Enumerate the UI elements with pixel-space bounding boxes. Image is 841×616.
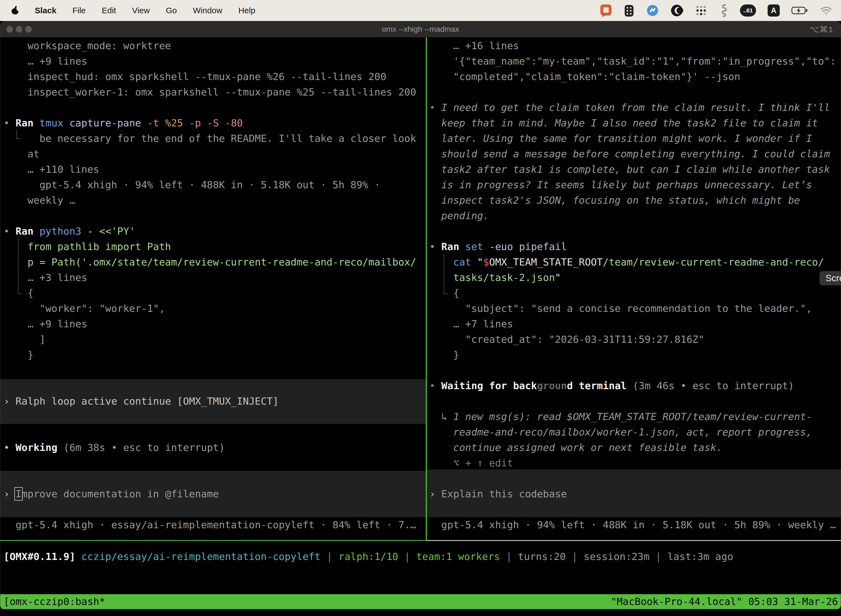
terminal-line: … +16 lines (453, 38, 519, 54)
window-shortcut-hint: ⌥⌘1 (810, 21, 834, 37)
terminal-line: › Explain this codebase (429, 486, 567, 502)
menu-bar: Slack FileEditViewGoWindowHelp (0, 0, 841, 21)
terminal-line: … +3 lines (28, 270, 88, 285)
battery-icon[interactable] (791, 6, 808, 15)
terminal-line: "subject": "send a concise recommendatio… (465, 301, 812, 316)
terminal-line: should send a message before completing … (441, 146, 830, 162)
output-connector (16, 130, 21, 139)
window-title: omx --xhigh --madmax (0, 21, 841, 37)
terminal-window: omx --xhigh --madmax ⌥⌘1 workspace_mode:… (0, 21, 841, 610)
terminal-line: ↳ 1 new msg(s): read $OMX_TEAM_STATE_ROO… (441, 409, 812, 424)
tmux-status-bar: [omx-cczip0:bash* "MacBook-Pro-44.local"… (0, 594, 841, 609)
menu-items: FileEditViewGoWindowHelp (72, 6, 255, 15)
desktop: { "menu_bar": { "app_name": "Slack", "it… (0, 0, 841, 616)
moon-icon[interactable] (671, 4, 683, 17)
dots-grid-icon[interactable] (695, 4, 708, 17)
terminal-line: { (453, 285, 459, 301)
terminal-line: ] (40, 332, 45, 347)
wifi-icon[interactable] (819, 6, 833, 15)
terminal-line: … +9 lines (28, 316, 88, 332)
terminal-line: later. Using the same for transition mig… (441, 131, 812, 146)
terminal-line: gpt-5.4 xhigh · 94% left · 488K in · 5.1… (441, 517, 836, 532)
tmux-session-label: [omx-cczip0:bash* (4, 594, 105, 609)
window-titlebar[interactable]: omx --xhigh --madmax ⌥⌘1 (0, 21, 841, 37)
terminal-line: keep that in mind. Maybe I also need the… (441, 115, 818, 131)
output-connector (18, 238, 22, 294)
terminal-line: tasks/task-2.json" (453, 270, 561, 285)
terminal-line: • Ran tmux capture-pane -t %25 -p -S -80 (4, 115, 243, 131)
menu-item-file[interactable]: File (72, 6, 85, 15)
terminal-line: cat "$OMX_TEAM_STATE_ROOT/team/review-cu… (453, 254, 824, 270)
terminal-line: p = Path('.omx/state/team/review-current… (28, 254, 416, 270)
right-pane-border (427, 540, 841, 541)
terminal-line: gpt-5.4 xhigh · essay/ai-reimplementatio… (15, 517, 416, 532)
pane-divider[interactable] (426, 37, 427, 541)
terminal-line: continue assigned work or next feasible … (453, 440, 722, 455)
terminal-line: "completed","claim_token":"claim-token"}… (453, 69, 740, 84)
terminal-line: pending. (441, 208, 489, 224)
output-connector (444, 254, 448, 294)
terminal-line: readme-and-reco/mailbox/worker-1.json, a… (453, 424, 812, 440)
terminal-line: … +9 lines (28, 54, 88, 69)
omx-status-line: [OMX#0.11.9] cczip/essay/ai-reimplementa… (4, 549, 733, 565)
terminal-line: task2 after task1 is complete, but can I… (441, 162, 830, 177)
terminal-line: • Ran set -euo pipefail (429, 239, 567, 254)
app-menu-slack[interactable]: Slack (35, 6, 56, 15)
terminal-line: "worker": "worker-1", (40, 301, 165, 316)
terminal-line: weekly … (28, 193, 75, 208)
chat-app-icon[interactable] (600, 4, 612, 17)
terminal-line: • I need to get the claim token from the… (429, 100, 830, 115)
terminal-line: inspect_worker-1: omx sparkshell --tmux-… (28, 84, 416, 100)
keyboard-layout-icon[interactable]: A (768, 4, 780, 16)
terminal-line: workspace_mode: worktree (28, 38, 171, 54)
menu-item-go[interactable]: Go (166, 6, 177, 15)
screen-overlay-button[interactable]: Scre (819, 271, 841, 285)
terminal-line: from pathlib import Path (28, 239, 171, 254)
terminal-line: '{"team_name":"my-team","task_id":"1","f… (453, 54, 836, 69)
menu-item-view[interactable]: View (132, 6, 149, 15)
terminal-line: ⌥ + ↑ edit (453, 455, 513, 471)
terminal-line: } (453, 347, 459, 363)
terminal-line: at (28, 146, 40, 162)
tmux-host-clock: "MacBook-Pro-44.local" 05:03 31-Mar-26 (611, 594, 838, 609)
messenger-icon[interactable] (646, 4, 659, 17)
terminal-content: workspace_mode: worktree… +9 linesinspec… (0, 37, 841, 610)
terminal-line: gpt-5.4 xhigh · 94% left · 488K in · 5.1… (40, 177, 380, 193)
terminal-line: … +110 lines (28, 162, 99, 177)
apple-menu-icon[interactable] (11, 6, 19, 15)
terminal-line: be necessary for the end of the README. … (40, 131, 416, 146)
menu-item-window[interactable]: Window (193, 6, 223, 15)
terminal-line: "created_at": "2026-03-31T11:59:27.816Z" (465, 332, 705, 347)
terminal-line: inspect task2's JSON, focusing on the st… (441, 193, 800, 208)
terminal-line: … +7 lines (453, 316, 513, 332)
left-pane[interactable]: workspace_mode: worktree… +9 linesinspec… (0, 37, 426, 541)
terminal-line: { (28, 285, 34, 301)
menu-item-help[interactable]: Help (238, 6, 255, 15)
badge-61-icon[interactable]: ..61 (740, 4, 756, 16)
terminal-line: › Ralph loop active continue [OMX_TMUX_I… (4, 393, 279, 409)
terminal-line: is in progress? It seems likely but perh… (441, 177, 812, 193)
terminal-line: } (28, 347, 34, 363)
dragon-icon[interactable] (719, 4, 728, 18)
terminal-line: • Waiting for background terminal (3m 46… (429, 378, 794, 393)
terminal-line: › Improve documentation in @filename (4, 486, 219, 502)
menu-bar-status-tray: ..61 A (600, 4, 841, 18)
left-pane-border (0, 540, 427, 541)
right-pane[interactable]: … +16 lines'{"team_name":"my-team","task… (427, 37, 841, 541)
terminal-line: • Working (6m 38s • esc to interrupt) (4, 440, 225, 455)
menu-item-edit[interactable]: Edit (102, 6, 116, 15)
grid-shield-icon[interactable] (624, 4, 634, 17)
terminal-line: inspect_hud: omx sparkshell --tmux-pane … (28, 69, 386, 84)
terminal-line: • Ran python3 - <<'PY' (4, 224, 135, 239)
